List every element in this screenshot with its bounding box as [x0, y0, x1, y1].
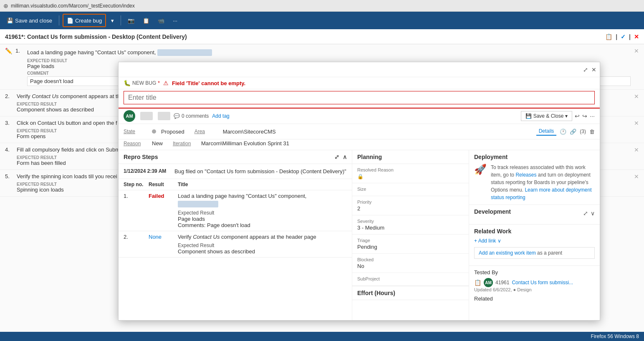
- deployment-text: To track releases associated with this w…: [491, 164, 595, 201]
- repro-row-1-expected: Page loads: [178, 216, 347, 222]
- subproject-label: SubProject: [357, 276, 464, 281]
- title-input[interactable]: [124, 91, 595, 104]
- repro-row-1-expected-label: Expected Result: [178, 210, 347, 216]
- camera-button[interactable]: 📷: [124, 14, 138, 27]
- bug-icon: 🐛: [124, 80, 131, 86]
- reason-label: Reason: [124, 141, 149, 147]
- save-close-label: Save and close: [15, 18, 52, 24]
- save-close-dropdown[interactable]: ▾: [565, 113, 568, 119]
- page-title: 41961*: Contact Us form submission - Des…: [5, 33, 187, 40]
- add-link-button[interactable]: + Add link ∨: [474, 238, 595, 244]
- create-bug-button[interactable]: 📄 Create bug: [63, 14, 106, 27]
- comments-count: 0 comments: [182, 113, 209, 119]
- deployment-section: Deployment 🚀 To track releases associate…: [469, 150, 600, 205]
- dev-collapse-icon[interactable]: ∨: [591, 210, 595, 217]
- modal-close-icon[interactable]: ✕: [591, 66, 596, 73]
- details-icon[interactable]: 📋: [605, 33, 612, 40]
- close-step-2[interactable]: ✕: [634, 93, 639, 100]
- save-and-close-button[interactable]: 💾 Save and close: [3, 14, 56, 27]
- toolbar: 💾 Save and close 📄 Create bug ▾ 📷 📋 📹 ··…: [0, 12, 644, 29]
- step-2-num: 2.: [5, 93, 13, 99]
- planning-header: Planning: [352, 150, 469, 164]
- priority-value: 2: [357, 205, 464, 212]
- video-icon: 📹: [158, 18, 164, 24]
- step-4-num: 4.: [5, 147, 13, 153]
- address-bar: ⊕ milliman.visualstudio.com/Marcom/_test…: [0, 0, 644, 12]
- modal-header: ⤢ ✕: [119, 62, 600, 77]
- separator: |: [616, 33, 617, 40]
- iteration-label: Iteration: [173, 141, 198, 147]
- history-icon[interactable]: 🕐: [560, 129, 566, 135]
- iteration-value: Marcom\Milliman Evolution Sprint 31: [201, 140, 289, 147]
- redo-icon[interactable]: ↪: [582, 113, 587, 119]
- title-bar-icons: 📋 | ✓ | ✕: [605, 33, 639, 40]
- repro-expand-icon[interactable]: ⤢: [334, 154, 339, 160]
- more-modal-options-icon[interactable]: ···: [590, 113, 595, 119]
- ellipsis-icon: ···: [173, 18, 177, 24]
- right-panel: Deployment 🚀 To track releases associate…: [469, 150, 600, 320]
- triage-label: Triage: [357, 238, 464, 243]
- learn-more-link[interactable]: Learn more about deployment status repor…: [491, 187, 591, 200]
- area-label: Area: [194, 129, 220, 134]
- state-label: State: [124, 129, 149, 134]
- test-item-link[interactable]: Contact Us form submissi...: [512, 280, 573, 285]
- releases-link[interactable]: Releases: [515, 172, 536, 178]
- more-options-button[interactable]: ···: [169, 14, 181, 27]
- page-title-bar: 41961*: Contact Us form submission - Des…: [0, 29, 644, 44]
- step-1-right-icons: ✕: [634, 48, 639, 54]
- close-step-3[interactable]: ✕: [634, 120, 639, 126]
- repro-row-1-title: Load a landing page having "Contact Us" …: [178, 193, 347, 199]
- repro-row-1-content: Load a landing page having "Contact Us" …: [178, 193, 347, 228]
- add-existing-link[interactable]: Add an existing work item: [479, 250, 536, 256]
- save-close-button[interactable]: 💾 Save & Close ▾: [521, 111, 573, 121]
- new-bug-text: NEW BUG: [132, 80, 156, 86]
- tested-by-meta: Updated 6/6/2022, ● Design: [474, 287, 595, 292]
- dev-header: Development ⤢ ∨: [474, 208, 595, 218]
- repro-row-1: 1. Failed Load a landing page having "Co…: [119, 190, 352, 231]
- modal-header-icons: ⤢ ✕: [583, 66, 596, 73]
- asterisk: *: [158, 80, 160, 86]
- create-bug-modal: ⤢ ✕ 🐛 NEW BUG * ⚠ Field 'Title' cannot b…: [118, 62, 600, 321]
- separator2: |: [629, 33, 631, 40]
- status-text: Firefox 56 Windows 8: [591, 333, 639, 339]
- toolbar-separator-2: [121, 15, 121, 25]
- undo-icon[interactable]: ↩: [575, 113, 580, 119]
- step-1-icons: ✏️: [5, 48, 12, 54]
- resolved-reason-field: Resolved Reason 🔒: [352, 164, 469, 183]
- dropdown-arrow-button[interactable]: ▾: [108, 14, 117, 27]
- close-step-5[interactable]: ✕: [634, 173, 639, 180]
- comments-button[interactable]: 💬 0 comments: [174, 113, 209, 119]
- links-icon[interactable]: 🔗: [570, 129, 576, 135]
- repro-row-2-title: Verify Contact Us component appears at t…: [178, 234, 347, 240]
- tested-by-section: Tested By 📋 AM 41961 Contact Us form sub…: [469, 266, 600, 305]
- repro-collapse-icon[interactable]: ∧: [343, 154, 347, 160]
- browser-icon: ⊕: [3, 3, 8, 9]
- blurred-1: ██████████████: [157, 49, 212, 56]
- close-red-icon[interactable]: ✕: [634, 33, 639, 40]
- test-item-id: 41961: [495, 280, 509, 285]
- add-tag-button[interactable]: Add tag: [212, 113, 229, 119]
- repro-row-1-comments: Comments: Page doesn't load: [178, 222, 347, 228]
- repro-date-row: 1/12/2024 2:39 AM Bug filed on "Contact …: [119, 164, 352, 179]
- repro-title: Repro Steps: [124, 154, 158, 160]
- repro-header-icons: ⤢ ∧: [334, 154, 347, 160]
- create-bug-label: Create bug: [75, 18, 102, 24]
- lock-icon: 🔒: [357, 174, 364, 179]
- trash-icon[interactable]: 🗑: [589, 129, 595, 135]
- related-work-title: Related Work: [474, 228, 595, 235]
- close-step-1[interactable]: ✕: [634, 48, 639, 54]
- dev-expand-icon[interactable]: ⤢: [583, 210, 588, 217]
- related-label: Related: [474, 296, 595, 302]
- close-step-4[interactable]: ✕: [634, 147, 639, 153]
- details-tabs: Details 🕐 🔗 (3) 🗑: [536, 127, 595, 136]
- severity-value: 3 - Medium: [357, 225, 464, 231]
- dev-icons: ⤢ ∨: [583, 210, 595, 217]
- edit-icon[interactable]: ✏️: [5, 48, 12, 54]
- video-button[interactable]: 📹: [154, 14, 168, 27]
- col-title: Title: [178, 182, 347, 187]
- expand-icon[interactable]: ⤢: [583, 66, 588, 73]
- blocked-value: No: [357, 263, 464, 269]
- details-tab[interactable]: Details: [536, 127, 557, 136]
- clipboard-button[interactable]: 📋: [139, 14, 153, 27]
- repro-table-header: Step no. Result Title: [119, 179, 352, 190]
